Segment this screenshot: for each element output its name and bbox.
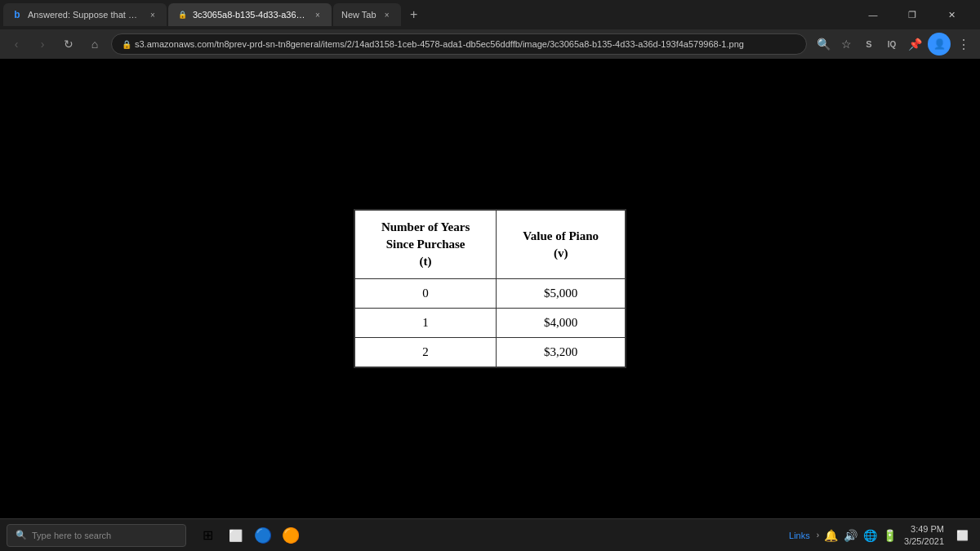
tab3-close[interactable]: × xyxy=(381,9,393,20)
table-row: 0 $5,000 xyxy=(354,279,626,309)
row2-value: $3,200 xyxy=(497,338,626,368)
table-row: 2 $3,200 xyxy=(354,338,626,368)
page-content: Number of Years Since Purchase (t) Value… xyxy=(0,59,980,518)
edge-icon: 🔵 xyxy=(254,527,272,544)
home-button[interactable]: ⌂ xyxy=(85,34,105,54)
taskbar-search[interactable]: 🔍 Type here to search xyxy=(7,524,186,547)
tab-answered[interactable]: b Answered: Suppose that a piano × xyxy=(3,3,167,26)
time-display: 3:49 PM xyxy=(904,523,944,535)
taskbar-search-icon: 🔍 xyxy=(16,530,27,540)
tab-bar: b Answered: Suppose that a piano × 🔒 3c3… xyxy=(0,0,980,29)
window-controls: — ❐ ✕ xyxy=(854,3,977,26)
task-view-button[interactable]: ⬜ xyxy=(224,524,247,547)
tab2-label: 3c3065a8-b135-4d33-a36d-193 xyxy=(193,10,307,20)
minimize-button[interactable]: — xyxy=(854,3,892,26)
battery-icon[interactable]: 🔋 xyxy=(881,527,898,544)
address-input[interactable]: 🔒 s3.amazonaws.com/tn8prev-prd-sn-tn8gen… xyxy=(111,33,807,55)
table-row: 1 $4,000 xyxy=(354,309,626,338)
s-icon[interactable]: S xyxy=(859,34,879,54)
row0-years: 0 xyxy=(354,279,497,309)
col-header-years: Number of Years Since Purchase (t) xyxy=(354,210,497,279)
header-years-line1: Number of Years xyxy=(381,220,470,233)
start-button[interactable]: ⊞ xyxy=(196,524,219,547)
header-value-line3: (v) xyxy=(554,247,568,260)
start-icon: ⊞ xyxy=(203,527,213,543)
show-desktop-icon: ⬜ xyxy=(956,530,969,541)
tab2-favicon: 🔒 xyxy=(176,9,188,20)
new-tab-button[interactable]: + xyxy=(403,3,425,26)
task-view-icon: ⬜ xyxy=(229,529,243,542)
chevron-icon[interactable]: › xyxy=(817,531,819,540)
tab1-close[interactable]: × xyxy=(147,9,158,20)
col-header-value: Value of Piano (v) xyxy=(497,210,626,279)
row2-years: 2 xyxy=(354,338,497,368)
edge-button[interactable]: 🔵 xyxy=(252,524,274,547)
system-icons: › 🔔 🔊 🌐 🔋 xyxy=(817,527,898,544)
network-icon[interactable]: 🌐 xyxy=(862,527,878,544)
tab2-close[interactable]: × xyxy=(312,9,323,20)
taskbar: 🔍 Type here to search ⊞ ⬜ 🔵 🟠 Links › 🔔 … xyxy=(0,518,980,551)
tab1-favicon: b xyxy=(11,9,23,20)
taskbar-apps: ⊞ ⬜ 🔵 🟠 xyxy=(196,524,302,547)
taskbar-right: Links › 🔔 🔊 🌐 🔋 3:49 PM 3/25/2021 ⬜ xyxy=(789,523,973,547)
links-text: Links xyxy=(789,531,810,540)
star-icon[interactable]: ☆ xyxy=(836,34,856,54)
piano-data-table: Number of Years Since Purchase (t) Value… xyxy=(354,209,626,368)
search-icon[interactable]: 🔍 xyxy=(813,34,833,54)
notification-icon[interactable]: 🔔 xyxy=(822,527,839,544)
forward-button[interactable]: › xyxy=(33,34,52,54)
pin-icon[interactable]: 📌 xyxy=(905,34,924,54)
menu-icon[interactable]: ⋮ xyxy=(954,34,973,54)
date-display: 3/25/2021 xyxy=(904,535,944,547)
browser-chrome: b Answered: Suppose that a piano × 🔒 3c3… xyxy=(0,0,980,59)
header-value-line1: Value of Piano xyxy=(523,229,599,242)
volume-icon[interactable]: 🔊 xyxy=(842,527,858,544)
row0-value: $5,000 xyxy=(497,279,626,309)
lock-icon: 🔒 xyxy=(122,40,131,49)
back-button[interactable]: ‹ xyxy=(7,34,26,54)
time-block: 3:49 PM 3/25/2021 xyxy=(904,523,944,547)
chrome-icon: 🟠 xyxy=(282,527,300,544)
row1-value: $4,000 xyxy=(497,309,626,338)
tab3-label: New Tab xyxy=(341,10,376,20)
tab1-label: Answered: Suppose that a piano xyxy=(28,10,142,20)
show-desktop-button[interactable]: ⬜ xyxy=(951,524,973,547)
tab-newtab[interactable]: New Tab × xyxy=(333,3,401,26)
header-years-line2: Since Purchase xyxy=(386,238,466,251)
refresh-button[interactable]: ↻ xyxy=(59,34,78,54)
taskbar-search-text: Type here to search xyxy=(32,531,111,540)
chrome-button[interactable]: 🟠 xyxy=(279,524,302,547)
close-button[interactable]: ✕ xyxy=(933,3,970,26)
tab-s3[interactable]: 🔒 3c3065a8-b135-4d33-a36d-193 × xyxy=(168,3,332,26)
person-icon[interactable]: 👤 xyxy=(928,33,951,56)
maximize-button[interactable]: ❐ xyxy=(893,3,931,26)
address-bar: ‹ › ↻ ⌂ 🔒 s3.amazonaws.com/tn8prev-prd-s… xyxy=(0,29,980,59)
row1-years: 1 xyxy=(354,309,497,338)
iq-icon[interactable]: IQ xyxy=(882,34,902,54)
header-years-line3: (t) xyxy=(420,255,432,268)
address-text: s3.amazonaws.com/tn8prev-prd-sn-tn8gener… xyxy=(135,39,744,49)
toolbar-icons: 🔍 ☆ S IQ 📌 👤 ⋮ xyxy=(813,33,973,56)
